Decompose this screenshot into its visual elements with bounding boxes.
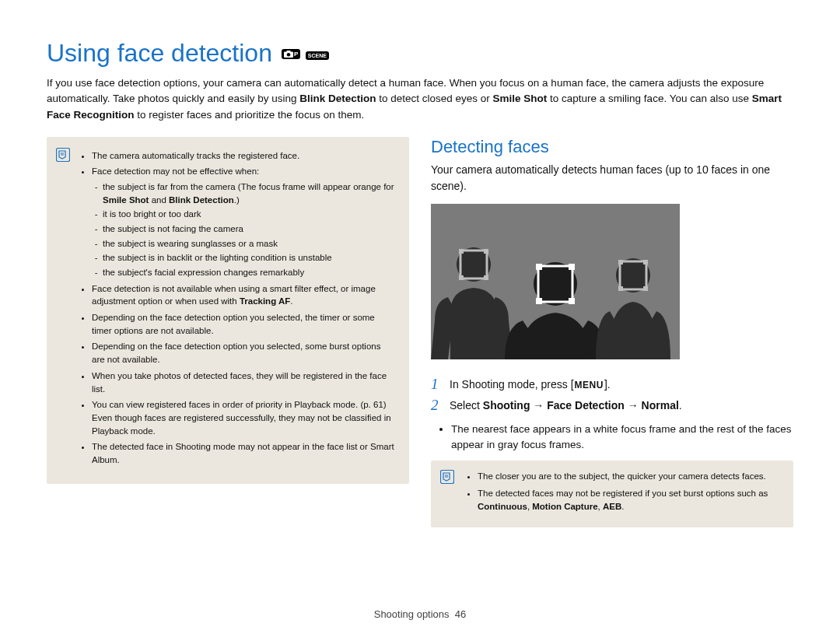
two-column-layout: The camera automatically tracks the regi… (47, 137, 793, 527)
list-item: Depending on the face detection option y… (92, 340, 395, 366)
note-icon (440, 470, 454, 484)
svg-rect-21 (643, 286, 648, 291)
note-box: The camera automatically tracks the regi… (47, 137, 409, 484)
detection-illustration (431, 204, 680, 359)
step-1: 1 In Shooting mode, press [MENU]. (431, 377, 793, 393)
svg-rect-7 (484, 249, 488, 254)
list-item: the subject is not facing the camera (103, 222, 395, 236)
scene-mode-icon: SCENE (306, 51, 329, 60)
svg-rect-15 (569, 298, 575, 304)
svg-rect-20 (618, 286, 623, 291)
list-item: The detected faces may not be registered… (478, 487, 781, 514)
tip-box: The closer you are to the subject, the q… (431, 461, 793, 527)
list-item: it is too bright or too dark (103, 208, 395, 221)
left-column: The camera automatically tracks the regi… (47, 137, 409, 527)
step-2: 2 Select Shooting → Face Detection → Nor… (431, 398, 793, 414)
svg-rect-19 (643, 260, 648, 264)
note-icon (56, 148, 70, 162)
steps-list: 1 In Shooting mode, press [MENU]. 2 Sele… (431, 377, 793, 414)
list-item: the subject is wearing sunglasses or a m… (103, 237, 395, 250)
step-number: 2 (431, 398, 442, 412)
manual-page: Using face detection P SCENE If you use … (0, 0, 840, 634)
mode-icons: P SCENE (280, 47, 329, 61)
list-item: Face detection is not available when usi… (92, 282, 395, 308)
list-item: the subject's facial expression changes … (103, 266, 395, 279)
list-item: The detected face in Shooting mode may n… (92, 440, 395, 466)
list-item: The nearest face appears in a white focu… (451, 422, 793, 454)
svg-rect-12 (536, 264, 542, 270)
list-item: Depending on the face detection option y… (92, 311, 395, 337)
list-item: Face detection may not be effective when… (92, 165, 395, 278)
footer-section: Shooting options (374, 608, 450, 620)
page-footer: Shooting options 46 (0, 608, 840, 620)
frame-note-list: The nearest face appears in a white focu… (451, 422, 793, 454)
list-item: When you take photos of detected faces, … (92, 370, 395, 395)
page-title: Using face detection (47, 39, 272, 68)
section-heading: Detecting faces (431, 137, 793, 157)
svg-point-2 (287, 52, 291, 56)
note-list: The camera automatically tracks the regi… (82, 149, 395, 467)
tip-list: The closer you are to the subject, the q… (467, 470, 781, 513)
camera-mode-icon: P (282, 49, 300, 59)
sub-list: the subject is far from the camera (The … (92, 180, 395, 279)
svg-rect-8 (459, 275, 464, 280)
intro-paragraph: If you use face detection options, your … (47, 75, 793, 123)
list-item: You can view registered faces in order o… (92, 398, 395, 437)
svg-rect-6 (459, 249, 464, 254)
step-body: In Shooting mode, press [MENU]. (450, 377, 611, 393)
section-intro: Your camera automatically detects human … (431, 162, 793, 194)
svg-rect-18 (618, 260, 623, 264)
title-row: Using face detection P SCENE (47, 39, 793, 68)
svg-rect-1 (286, 51, 290, 53)
svg-rect-14 (536, 298, 542, 304)
svg-rect-13 (569, 264, 575, 270)
svg-rect-9 (484, 275, 488, 280)
footer-page: 46 (455, 608, 466, 620)
list-item: the subject is in backlit or the lightin… (103, 251, 395, 264)
list-item: The camera automatically tracks the regi… (92, 149, 395, 163)
menu-label: MENU (574, 378, 604, 392)
right-column: Detecting faces Your camera automaticall… (431, 137, 793, 527)
step-body: Select Shooting → Face Detection → Norma… (450, 398, 682, 414)
list-item: the subject is far from the camera (The … (103, 180, 395, 206)
step-number: 1 (431, 377, 442, 391)
list-item: The closer you are to the subject, the q… (478, 470, 781, 483)
